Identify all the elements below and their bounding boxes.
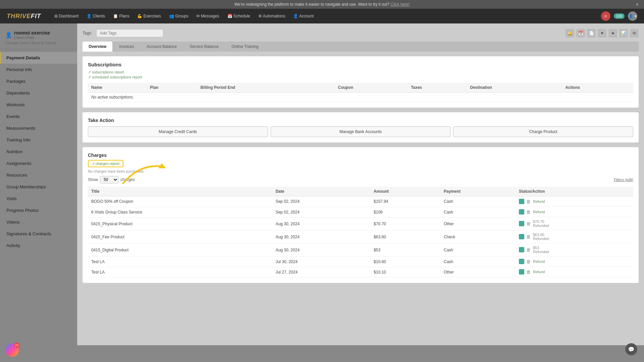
nav-messages[interactable]: ✉ Messages	[193, 11, 222, 21]
sidebar-item-dependents[interactable]: Dependents	[0, 87, 77, 99]
nav-avatar[interactable]: 👤 ▾	[628, 11, 637, 21]
delete-icon[interactable]: 🗑	[526, 221, 531, 226]
show-label: Show	[88, 177, 98, 182]
sidebar-item-nutrition[interactable]: Nutrition	[0, 146, 77, 158]
nav-account[interactable]: 👤 Account	[290, 11, 317, 21]
table-row: Test LA Jul 30, 2024 $10.60 Cash 🗑 Refun…	[88, 256, 633, 267]
sidebar-item-payment-details[interactable]: Payment Details	[0, 52, 77, 64]
sidebar-item-workouts[interactable]: Workouts	[0, 99, 77, 111]
charge-action: 🗑 $63.60Refunded	[516, 230, 633, 243]
charge-payment: Other	[440, 217, 516, 230]
star-icon[interactable]: ★	[608, 29, 617, 38]
sidebar-item-group-memberships[interactable]: Group Memberships	[0, 181, 77, 193]
refund-link[interactable]: Refund	[533, 199, 545, 203]
tab-overview[interactable]: Overview	[83, 42, 112, 52]
charge-action: 🗑 $53Refunded	[516, 243, 633, 256]
charges-card: Charges ↗ charges report No charges have…	[83, 147, 639, 283]
sidebar-item-personal-info[interactable]: Personal Info	[0, 64, 77, 75]
charge-product-button[interactable]: Charge Product	[453, 126, 633, 137]
tab-bar: Overview Invoices Account Balance Servic…	[83, 42, 639, 52]
charge-payment: Cash	[440, 256, 516, 267]
sidebar-item-packages[interactable]: Packages	[0, 75, 77, 87]
charges-col-status: Status/Action	[516, 187, 633, 196]
charge-title: 0415_Fee Product	[88, 230, 272, 243]
bell-icon[interactable]: 🔔	[566, 29, 574, 38]
status-icon	[519, 199, 524, 204]
nav-groups[interactable]: 👥 Groups	[166, 11, 192, 21]
refund-link[interactable]: Refund	[533, 270, 545, 274]
announcement-bar: We're redesigning the platform to make i…	[0, 0, 644, 9]
sidebar-item-assignments[interactable]: Assignments	[0, 158, 77, 169]
sidebar-item-activity[interactable]: Activity	[0, 240, 77, 251]
email-icon[interactable]: ✉	[630, 29, 639, 38]
col-name: Name	[88, 83, 147, 93]
sidebar-item-videos[interactable]: Videos	[0, 216, 77, 228]
nav-circle-icon: ⊙	[601, 11, 610, 21]
sidebar-item-measurements[interactable]: Measurements	[0, 122, 77, 134]
charges-col-amount: Amount	[370, 187, 440, 196]
manage-credit-cards-button[interactable]: Manage Credit Cards	[88, 126, 268, 137]
calendar-icon[interactable]: 📅	[576, 29, 585, 38]
filters-link[interactable]: Filters (edit)	[614, 178, 633, 182]
charge-amount: $106	[370, 207, 440, 217]
delete-icon[interactable]: 🗑	[526, 259, 531, 264]
charge-title: Test LA	[88, 267, 272, 277]
delete-icon[interactable]: 🗑	[526, 247, 531, 252]
show-count-select[interactable]: 50 25 100	[100, 176, 118, 183]
change-client-link[interactable]: Change Client	[5, 41, 29, 45]
client-role: Client / Paid	[14, 36, 50, 40]
refund-link[interactable]: Refund	[533, 259, 545, 263]
charges-col-payment: Payment	[440, 187, 516, 196]
tab-account-balance[interactable]: Account Balance	[141, 42, 183, 52]
delete-icon[interactable]: 🗑	[526, 234, 531, 239]
nav-schedule[interactable]: 📅 Schedule	[224, 11, 254, 21]
show-select-row: Show 50 25 100 charges Filters (edit)	[88, 176, 633, 183]
announcement-link[interactable]: Click here!	[391, 2, 410, 7]
client-links: Change Client / Back to Clients	[5, 41, 72, 45]
sidebar-item-training-info[interactable]: Training Info	[0, 134, 77, 146]
sidebar-item-signatures[interactable]: Signatures & Contracts	[0, 228, 77, 240]
delete-icon[interactable]: 🗑	[526, 199, 531, 204]
charge-payment: Other	[440, 267, 516, 277]
delete-icon[interactable]: 🗑	[526, 269, 531, 274]
svg-marker-0	[158, 163, 166, 168]
charge-date: Aug 30, 2024	[272, 243, 370, 256]
nav-automations[interactable]: ⚙ Automations	[255, 11, 288, 21]
refunded-text: $53Refunded	[533, 246, 549, 254]
nav-dashboard[interactable]: ⊞ Dashboard	[51, 11, 82, 21]
refunded-text: $63.60Refunded	[533, 233, 549, 241]
sidebar-item-resources[interactable]: Resources	[0, 169, 77, 181]
nav-exercises[interactable]: 💪 Exercises	[134, 11, 164, 21]
nav-clients[interactable]: 👤 Clients	[83, 11, 108, 21]
charges-report-container: ↗ charges report	[88, 160, 123, 167]
announcement-close[interactable]: ×	[636, 2, 639, 7]
client-header: Tags: 🔔 📅 📄 ♥ ★ 📊 ✉	[83, 29, 639, 38]
chart-icon[interactable]: 📊	[619, 29, 628, 38]
heart-icon[interactable]: ♥	[598, 29, 606, 38]
charge-amount: $70.70	[370, 217, 440, 230]
delete-icon[interactable]: 🗑	[526, 209, 531, 214]
col-destination: Destination	[467, 83, 562, 93]
tab-online-training[interactable]: Online Training	[225, 42, 265, 52]
no-subscriptions-text: No active subscriptions.	[88, 93, 633, 102]
sidebar-item-visits[interactable]: Visits	[0, 193, 77, 204]
charge-payment: Cash	[440, 243, 516, 256]
status-icon	[519, 259, 524, 264]
table-row: 0415_Digital Product Aug 30, 2024 $53 Ca…	[88, 243, 633, 256]
take-action-card: Take Action Manage Credit Cards Manage B…	[83, 112, 639, 142]
tab-service-balance[interactable]: Service Balance	[183, 42, 225, 52]
refund-link[interactable]: Refund	[533, 210, 545, 214]
subscriptions-report-link[interactable]: subscriptions report	[88, 70, 633, 74]
back-to-clients-link[interactable]: Back to Clients	[32, 41, 56, 45]
charges-no-purchased: No charges have been purchased.	[88, 169, 633, 173]
sidebar-item-events[interactable]: Events	[0, 111, 77, 122]
charge-amount: $53	[370, 243, 440, 256]
manage-bank-accounts-button[interactable]: Manage Bank Accounts	[271, 126, 451, 137]
tags-input[interactable]	[96, 29, 163, 37]
tab-invoices[interactable]: Invoices	[113, 42, 140, 52]
nav-plans[interactable]: 📋 Plans	[110, 11, 132, 21]
sidebar-item-progress-photos[interactable]: Progress Photos	[0, 204, 77, 216]
document-icon[interactable]: 📄	[587, 29, 596, 38]
scheduled-subscriptions-report-link[interactable]: scheduled subscriptions report	[88, 75, 633, 79]
charges-report-link[interactable]: ↗ charges report	[88, 160, 123, 167]
